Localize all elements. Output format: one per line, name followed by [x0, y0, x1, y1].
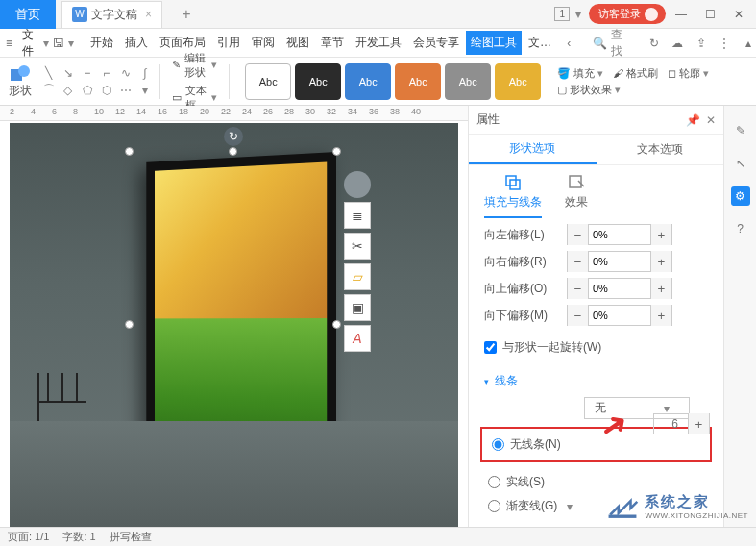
- resize-handle-tc[interactable]: [229, 147, 237, 156]
- tab-text-options[interactable]: 文本选项: [597, 135, 724, 164]
- edit-shape-button[interactable]: ✎ 编辑形状▾: [168, 50, 222, 81]
- radio-solid-line[interactable]: [488, 476, 500, 488]
- resize-handle-tl[interactable]: [125, 147, 134, 156]
- spinner-plus-button[interactable]: +: [650, 305, 671, 326]
- sync-icon[interactable]: ↻: [645, 34, 663, 53]
- ruler-tick: 12: [115, 107, 125, 116]
- tab-document[interactable]: W 文字文稿 ×: [61, 1, 162, 28]
- offset-input[interactable]: [589, 283, 650, 294]
- file-menu[interactable]: 文件: [16, 27, 39, 60]
- effect-icon: ▢: [557, 84, 567, 96]
- shape-gallery-button[interactable]: 形状: [6, 63, 35, 99]
- section-line-header[interactable]: ▾ 线条: [469, 363, 723, 393]
- spinner-plus-button[interactable]: +: [688, 413, 709, 434]
- fill-button[interactable]: 🪣填充▾: [557, 66, 603, 81]
- resize-handle-mr[interactable]: [332, 320, 341, 329]
- settings-slider-icon[interactable]: ⚙: [731, 186, 750, 206]
- shape-effect-button[interactable]: ▢形状效果▾: [557, 83, 621, 97]
- guest-login-button[interactable]: 访客登录: [589, 4, 666, 24]
- offset-input[interactable]: [589, 256, 650, 267]
- spinner-plus-button[interactable]: +: [650, 251, 671, 272]
- collapse-button[interactable]: —: [344, 171, 371, 198]
- offset-row-0: 向左偏移(L)−+: [484, 224, 708, 245]
- 3d-icon[interactable]: ▣: [344, 294, 371, 321]
- pin-icon[interactable]: 📌: [686, 113, 700, 127]
- menu-tab-8[interactable]: 会员专享: [408, 31, 464, 55]
- spinner-plus-button[interactable]: +: [650, 224, 671, 245]
- tab-close-icon[interactable]: ×: [145, 1, 152, 28]
- spinner-minus-button[interactable]: −: [568, 278, 589, 299]
- radio-no-line[interactable]: [492, 438, 504, 451]
- resize-handle-br[interactable]: [332, 494, 341, 503]
- outline-button[interactable]: ◻轮廓▾: [668, 66, 709, 81]
- ruler-tick: 28: [284, 107, 294, 116]
- offset-input[interactable]: [589, 310, 650, 321]
- style-preset-0[interactable]: Abc: [245, 63, 291, 100]
- resize-handle-tr[interactable]: [332, 147, 341, 156]
- page-indicator[interactable]: 页面: 1/1: [8, 530, 49, 544]
- ruler-tick: 16: [158, 107, 167, 116]
- offset-label: 向右偏移(R): [484, 254, 561, 270]
- hamburger-icon[interactable]: ≡: [6, 33, 12, 54]
- tab-shape-options[interactable]: 形状选项: [469, 135, 597, 164]
- menu-tab-4[interactable]: 审阅: [247, 31, 280, 55]
- help-icon[interactable]: ?: [731, 219, 750, 238]
- cursor-icon[interactable]: ↖: [731, 154, 750, 173]
- crop-icon[interactable]: ✂: [344, 233, 371, 260]
- menu-tab-5[interactable]: 视图: [281, 31, 314, 55]
- share-icon[interactable]: ⇪: [692, 34, 710, 53]
- rotate-handle[interactable]: ↻: [224, 127, 243, 146]
- resize-handle-ml[interactable]: [125, 320, 134, 329]
- menubar: ≡ 文件 ▾ 🖫 ▾ 开始插入页面布局引用审阅视图章节开发工具会员专享绘图工具文…: [0, 29, 756, 58]
- offset-spinner[interactable]: −+: [567, 305, 672, 326]
- search-box[interactable]: 🔍 查找: [584, 24, 640, 62]
- cloud-icon[interactable]: ☁: [669, 34, 687, 53]
- word-count[interactable]: 字数: 1: [62, 530, 95, 544]
- wrap-text-icon[interactable]: ≣: [344, 202, 371, 229]
- tab-document-label: 文字文稿: [91, 1, 137, 28]
- menu-tab-10[interactable]: 文…: [524, 31, 556, 55]
- radio-gradient-line[interactable]: [488, 500, 500, 512]
- menu-tab-6[interactable]: 章节: [316, 31, 349, 55]
- spinner-minus-button[interactable]: −: [568, 305, 589, 326]
- spinner-minus-button[interactable]: −: [568, 224, 589, 245]
- font-icon[interactable]: A: [344, 325, 371, 352]
- partial-spinner[interactable]: 6 +: [653, 413, 710, 434]
- menu-tab-1[interactable]: 插入: [120, 31, 153, 55]
- style-preset-4[interactable]: Abc: [445, 63, 491, 100]
- resize-handle-bl[interactable]: [125, 494, 134, 503]
- more-icon[interactable]: ⋮: [716, 34, 734, 53]
- new-tab-button[interactable]: +: [172, 6, 201, 23]
- collapse-ribbon-icon[interactable]: ▴: [740, 34, 757, 53]
- highlight-icon[interactable]: ▱: [344, 263, 371, 290]
- spinner-minus-button[interactable]: −: [568, 251, 589, 272]
- offset-spinner[interactable]: −+: [567, 224, 672, 245]
- menu-tab-7[interactable]: 开发工具: [351, 31, 406, 55]
- style-preset-1[interactable]: Abc: [295, 63, 341, 100]
- line-shapes-grid[interactable]: ╲↘⌐⌐∿∫ ⌒◇⬠⬡⋯▾: [42, 66, 152, 97]
- save-icon[interactable]: 🖫: [53, 33, 64, 54]
- format-painter-button[interactable]: 🖌格式刷: [613, 66, 658, 81]
- offset-spinner[interactable]: −+: [567, 278, 672, 299]
- menu-tab-0[interactable]: 开始: [85, 31, 118, 55]
- dropdown-icon[interactable]: ▾: [575, 8, 581, 21]
- search-icon: 🔍: [593, 37, 607, 50]
- offset-input[interactable]: [589, 229, 650, 240]
- subtab-fill-line[interactable]: 填充与线条: [484, 173, 542, 218]
- rotate-with-shape-checkbox[interactable]: [484, 341, 497, 354]
- style-preset-3[interactable]: Abc: [395, 63, 441, 100]
- panel-close-icon[interactable]: ✕: [706, 113, 716, 127]
- style-preset-2[interactable]: Abc: [345, 63, 391, 100]
- menu-tab-9[interactable]: 绘图工具: [466, 31, 522, 55]
- chevron-left-icon[interactable]: ‹: [560, 34, 578, 53]
- offset-spinner[interactable]: −+: [567, 251, 672, 272]
- spellcheck-button[interactable]: 拼写检查: [110, 530, 152, 544]
- pen-tool-icon[interactable]: ✎: [731, 121, 750, 140]
- selected-image[interactable]: ↻: [130, 152, 336, 498]
- style-preset-5[interactable]: Abc: [495, 63, 541, 100]
- resize-handle-bc[interactable]: [229, 494, 237, 503]
- tab-home[interactable]: 首页: [0, 0, 56, 29]
- spinner-plus-button[interactable]: +: [650, 278, 671, 299]
- subtab-effect[interactable]: 效果: [565, 173, 588, 218]
- document-canvas[interactable]: ↻ — ≣ ✂ ▱ ▣ A ➜: [10, 123, 458, 527]
